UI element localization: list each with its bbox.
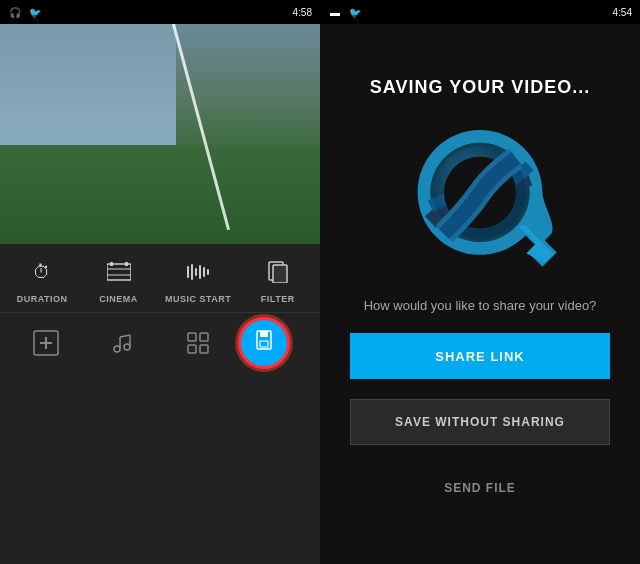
status-bar-left: 🎧 🐦 4:58 xyxy=(0,0,320,24)
svg-rect-10 xyxy=(207,269,209,275)
toolbar-area: ⏱ DURATION CINEMA xyxy=(0,244,320,564)
twitter-icon: 🐦 xyxy=(28,5,42,19)
quik-logo xyxy=(400,118,560,278)
left-panel: 🎧 🐦 4:58 ⏱ DURATION xyxy=(0,0,320,564)
tree-area xyxy=(0,145,320,244)
grid-tool-icon[interactable] xyxy=(180,325,216,361)
duration-icon: ⏱ xyxy=(26,256,58,288)
save-without-sharing-button[interactable]: SAVE WITHOUT SHARING xyxy=(350,399,610,445)
music-start-tool[interactable]: MUSIC START xyxy=(165,256,231,304)
svg-rect-2 xyxy=(125,262,128,266)
share-question: How would you like to share your video? xyxy=(364,298,597,313)
svg-rect-32 xyxy=(260,331,268,337)
svg-rect-33 xyxy=(260,341,268,347)
status-left-icons: 🎧 🐦 xyxy=(8,5,42,19)
cinema-label: CINEMA xyxy=(99,294,138,304)
svg-rect-6 xyxy=(191,264,193,280)
music-start-icon xyxy=(182,256,214,288)
share-link-button[interactable]: SHARE LINK xyxy=(350,333,610,379)
svg-rect-7 xyxy=(195,268,197,276)
svg-rect-8 xyxy=(199,265,201,279)
time-left: 4:58 xyxy=(293,7,312,18)
svg-rect-1 xyxy=(110,262,113,266)
filter-icon xyxy=(262,256,294,288)
svg-rect-24 xyxy=(200,345,208,353)
send-file-button[interactable]: SEND FILE xyxy=(350,465,610,511)
status-right-left-icons: ▬ 🐦 xyxy=(328,5,362,19)
svg-rect-22 xyxy=(200,333,208,341)
fab-save-button[interactable] xyxy=(238,317,290,369)
duration-label: DURATION xyxy=(17,294,68,304)
twitter-right-icon: 🐦 xyxy=(348,5,362,19)
video-background xyxy=(0,24,320,244)
sky-area xyxy=(0,24,176,156)
minimize-icon: ▬ xyxy=(328,5,342,19)
status-right-icons: 4:58 xyxy=(293,7,312,18)
svg-point-16 xyxy=(114,346,120,352)
svg-rect-9 xyxy=(203,267,205,277)
svg-rect-12 xyxy=(273,265,287,283)
svg-rect-23 xyxy=(188,345,196,353)
saving-content: SAVING YOUR VIDEO... xyxy=(320,24,640,564)
video-preview xyxy=(0,24,320,244)
saving-title: SAVING YOUR VIDEO... xyxy=(370,77,590,98)
filter-label: FILTER xyxy=(261,294,295,304)
filter-tools-row: ⏱ DURATION CINEMA xyxy=(0,244,320,313)
bottom-toolbar xyxy=(0,313,320,373)
time-right: 4:54 xyxy=(613,7,632,18)
status-right-right-icons: 4:54 xyxy=(613,7,632,18)
svg-line-20 xyxy=(120,335,130,337)
status-bar-right: ▬ 🐦 4:54 xyxy=(320,0,640,24)
svg-rect-5 xyxy=(187,266,189,278)
svg-point-17 xyxy=(124,344,130,350)
cinema-tool[interactable]: CINEMA xyxy=(89,256,149,304)
music-tool-icon[interactable] xyxy=(104,325,140,361)
save-icon xyxy=(253,329,275,357)
right-panel: ▬ 🐦 4:54 SAVING YOUR VIDEO... xyxy=(320,0,640,564)
add-tool-icon[interactable] xyxy=(28,325,64,361)
svg-rect-0 xyxy=(107,264,131,280)
music-start-label: MUSIC START xyxy=(165,294,231,304)
svg-rect-21 xyxy=(188,333,196,341)
filter-tool[interactable]: FILTER xyxy=(248,256,308,304)
duration-tool[interactable]: ⏱ DURATION xyxy=(12,256,72,304)
headphone-icon: 🎧 xyxy=(8,5,22,19)
cinema-icon xyxy=(103,256,135,288)
